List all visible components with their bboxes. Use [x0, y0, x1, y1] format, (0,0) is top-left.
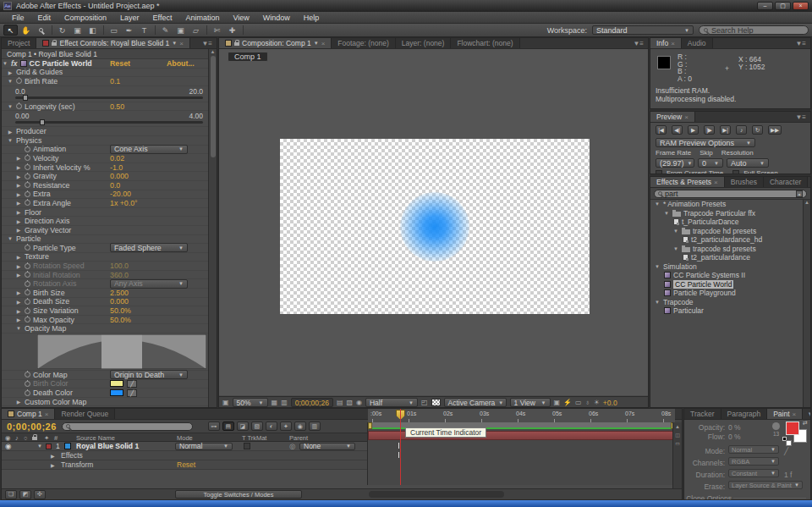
death-color-swatch[interactable] [110, 389, 123, 396]
twirl-open-icon[interactable]: ▼ [15, 326, 22, 331]
twirl-closed-icon[interactable]: ▶ [15, 182, 22, 188]
audio-button[interactable]: ♪ [736, 125, 747, 135]
channels-dropdown[interactable]: RGBA▼ [728, 457, 779, 466]
param-value[interactable]: 0.000 [110, 297, 129, 306]
eyedropper-icon[interactable]: ╱ [127, 389, 137, 397]
toggle-switches-modes-button[interactable]: Toggle Switches / Modes [175, 490, 302, 499]
param-row-resistance[interactable]: ▶Resistance0.0 [2, 181, 217, 190]
twirl-closed-icon[interactable]: ▶ [15, 164, 22, 170]
tab-flowchart[interactable]: Flowchart: (none) [451, 38, 519, 48]
effects-search-input[interactable]: part × [654, 190, 807, 198]
timeline-search-input[interactable] [62, 422, 193, 431]
menu-animation[interactable]: Animation [178, 12, 226, 24]
stopwatch-icon[interactable] [25, 200, 30, 206]
tab-paragraph[interactable]: Paragraph [721, 409, 768, 419]
menu-layer[interactable]: Layer [113, 12, 146, 24]
workspace-dropdown[interactable]: Standard▼ [592, 25, 694, 35]
clear-search-icon[interactable]: × [796, 190, 803, 197]
foreground-color-swatch[interactable] [786, 422, 799, 435]
tree-item-t2-particulardance-hd[interactable]: t2_particulardance_hd [650, 235, 810, 245]
ram-preview-button[interactable]: ▶▶ [768, 125, 782, 135]
twirl-closed-icon[interactable]: ▶ [15, 289, 22, 295]
param-value[interactable]: 50.0% [110, 316, 131, 324]
draft-3d-icon[interactable]: ▤ [222, 422, 234, 431]
pickwhip-icon[interactable]: ◎ [289, 442, 295, 450]
param-row-gravity-vector[interactable]: ▶Gravity Vector [2, 226, 217, 235]
tab-project[interactable]: Project [2, 38, 36, 48]
loop-button[interactable]: ↻ [752, 125, 763, 135]
close-tab-icon[interactable]: × [45, 411, 49, 418]
about-link[interactable]: About... [167, 59, 195, 68]
stopwatch-icon[interactable] [25, 174, 30, 179]
pan-behind-tool[interactable]: ◧ [85, 25, 100, 36]
pixel-aspect-icon[interactable]: ▣ [554, 399, 561, 406]
eye-toggle[interactable]: ◉ [5, 442, 11, 450]
param-row-velocity[interactable]: ▶Velocity0.02 [2, 154, 217, 163]
stopwatch-icon[interactable] [25, 191, 30, 197]
from-current-time-checkbox[interactable] [656, 170, 662, 175]
current-time-display[interactable]: 0;00;00;26 [7, 422, 57, 432]
param-row-particle-type[interactable]: Particle TypeFaded Sphere▼ [2, 244, 217, 253]
stopwatch-icon[interactable] [25, 390, 30, 396]
transfer-controls-icon[interactable]: ✣ [34, 490, 46, 499]
stopwatch-icon[interactable] [25, 299, 30, 305]
work-area-start-handle[interactable] [368, 422, 372, 429]
param-row-death-color[interactable]: Death Color╱ [2, 389, 217, 398]
param-row-extra-angle[interactable]: ▶Extra Angle1x +0.0° [2, 199, 217, 208]
eraser-tool[interactable]: ▱ [189, 25, 203, 36]
twirl-open-icon[interactable]: ▼ [2, 61, 8, 66]
tab-layer[interactable]: Layer: (none) [396, 38, 452, 48]
twirl-closed-icon[interactable]: ▶ [15, 399, 22, 405]
tab-tracker[interactable]: Tracker [684, 409, 721, 419]
magnification-dropdown[interactable]: 50%▼ [233, 398, 268, 407]
panel-menu-icon[interactable]: ▼≡ [791, 38, 810, 48]
menu-view[interactable]: View [226, 12, 255, 24]
panel-menu-icon[interactable]: ▼≡ [803, 409, 811, 419]
tree-item-cc-particle-world[interactable]: CC Particle World [650, 280, 810, 289]
param-row-size-variation[interactable]: ▶Size Variation50.0% [2, 306, 217, 316]
twirl-open-icon[interactable]: ▼ [7, 79, 14, 84]
twirl-open-icon[interactable]: ▼ [7, 138, 14, 143]
twirl-closed-icon[interactable]: ▶ [15, 272, 22, 278]
full-screen-checkbox[interactable] [732, 170, 739, 175]
next-frame-button[interactable]: |▶ [704, 125, 715, 135]
panel-menu-icon[interactable]: ▼≡ [628, 38, 648, 48]
paint-mode-dropdown[interactable]: Normal▼ [728, 445, 779, 454]
frame-rate-dropdown[interactable]: (29.97)▼ [656, 158, 694, 168]
param-row-gravity[interactable]: ▶Gravity0.000 [2, 172, 217, 181]
menu-file[interactable]: File [5, 12, 31, 24]
menu-window[interactable]: Window [256, 12, 297, 24]
tab-info[interactable]: Info× [650, 38, 682, 48]
close-tab-icon[interactable]: × [179, 40, 184, 47]
parent-dropdown[interactable]: None▼ [299, 443, 355, 450]
tree-item-trapcode-particular-ffx[interactable]: ▼Trapcode Particular ffx [650, 209, 810, 218]
param-value[interactable]: 2.500 [110, 289, 129, 297]
stopwatch-icon[interactable] [25, 155, 30, 161]
tree-item-particular[interactable]: Particular [650, 306, 810, 316]
tab-footage[interactable]: Footage: (none) [332, 38, 395, 48]
stopwatch-icon[interactable] [16, 78, 22, 84]
tree-item-trapcode[interactable]: ▼Trapcode [650, 298, 810, 307]
rectangle-tool[interactable]: ▭ [107, 25, 121, 36]
hand-tool[interactable]: ✋ [19, 25, 33, 36]
tab-brushes[interactable]: Brushes [725, 177, 764, 187]
tree-item-trapcdoe-hd-presets[interactable]: ▼trapcdoe hd presets [650, 227, 810, 236]
param-row-grid-guides[interactable]: ▶Grid & Guides [2, 69, 217, 78]
param-slider[interactable]: 0.004.00 [2, 111, 217, 127]
tab-audio[interactable]: Audio [682, 38, 713, 48]
birth-color-swatch[interactable] [110, 380, 123, 387]
grid-options-icon[interactable]: ▦ [272, 399, 278, 406]
duration-frames[interactable]: 1 f [784, 471, 792, 479]
close-tab-icon[interactable]: × [321, 40, 326, 47]
rotation-axis-dropdown[interactable]: Any Axis▼ [110, 279, 188, 289]
reset-link[interactable]: Reset [110, 59, 130, 68]
menu-help[interactable]: Help [297, 12, 326, 24]
menu-composition[interactable]: Composition [58, 12, 113, 24]
opacity-map-graph[interactable] [2, 333, 217, 371]
tab-timeline-comp[interactable]: Comp 1× [2, 409, 55, 419]
always-preview-icon[interactable]: ▣ [222, 399, 229, 406]
effect-controls-scrollbar[interactable]: ▲ [208, 49, 217, 408]
layer-name[interactable]: Royal Blue Solid 1 [76, 442, 139, 450]
param-row-rotation-speed[interactable]: ▶Rotation Speed100.0 [2, 262, 217, 271]
param-value[interactable]: 100.0 [110, 262, 129, 270]
